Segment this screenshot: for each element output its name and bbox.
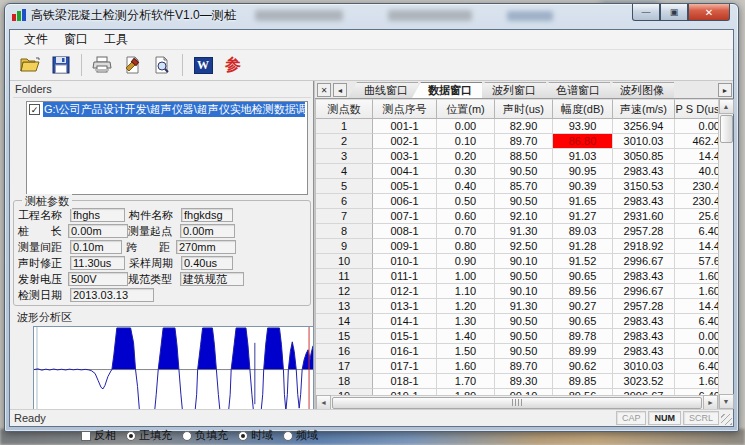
grid-column-header[interactable]: 声速(m/s) (613, 99, 675, 119)
table-cell: 2983.43 (613, 164, 675, 179)
scroll-up-icon[interactable]: ▲ (719, 99, 734, 114)
word-export-button[interactable]: W (188, 52, 218, 78)
resize-grip-icon[interactable] (721, 414, 732, 425)
horizontal-scrollbar[interactable]: ◄ ► (316, 395, 718, 409)
table-cell: 1.40 (437, 329, 495, 344)
vscroll-thumb[interactable] (720, 115, 733, 143)
grid-body[interactable]: 1001-10.0082.9093.903256.940.002002-10.1… (316, 119, 718, 395)
radio-1[interactable] (182, 431, 192, 441)
table-row[interactable]: 17017-11.6089.7090.623010.036.40 (316, 359, 718, 374)
invert-checkbox[interactable] (81, 431, 91, 441)
tab-2[interactable]: 波列窗口 (476, 82, 546, 98)
param-label: 发射电压 (18, 272, 68, 287)
tab-0[interactable]: 曲线窗口 (348, 82, 418, 98)
table-row[interactable]: 12012-11.1090.1089.562996.671.60 (316, 284, 718, 299)
menubar: 文件窗口工具 (10, 30, 733, 50)
table-row[interactable]: 6006-10.5090.5091.652983.43230.4 (316, 194, 718, 209)
grid-column-header[interactable]: 测点序号 (373, 99, 437, 119)
param-value[interactable]: 0.40us (181, 256, 233, 270)
save-button[interactable] (46, 52, 76, 78)
table-row[interactable]: 15015-11.4090.5089.782983.430.00 (316, 329, 718, 344)
param-value[interactable]: 500V (68, 272, 128, 286)
table-row[interactable]: 14014-11.3090.5090.652983.436.40 (316, 314, 718, 329)
table-row[interactable]: 13013-11.2091.3090.272957.2814.4 (316, 299, 718, 314)
param-value[interactable]: fhghs (70, 208, 125, 222)
grid-column-header[interactable]: 幅度(dB) (553, 99, 613, 119)
table-row[interactable]: 5005-10.4085.7090.393150.53230.4 (316, 179, 718, 194)
table-cell: 009-1 (373, 239, 437, 254)
param-value[interactable]: 0.00m (68, 224, 128, 238)
table-cell: 90.50 (495, 314, 553, 329)
tab-scroll-right-icon[interactable]: ► (718, 83, 732, 97)
table-cell: 2983.43 (613, 344, 675, 359)
minimize-button[interactable]: — (632, 4, 660, 21)
table-row[interactable]: 11011-11.0090.5090.652983.431.60 (316, 269, 718, 284)
maximize-button[interactable]: ▣ (660, 4, 688, 21)
titlebar[interactable]: 高铁梁混凝土检测分析软件V1.0—测桩 — ▣ ✕ (5, 4, 738, 26)
table-row[interactable]: 16016-11.5090.5089.992983.430.00 (316, 344, 718, 359)
window-title: 高铁梁混凝土检测分析软件V1.0—测桩 (31, 7, 236, 24)
table-cell: 90.27 (553, 299, 613, 314)
print-button[interactable] (87, 52, 117, 78)
table-cell: 85.70 (495, 179, 553, 194)
open-folder-icon (20, 56, 42, 74)
table-row[interactable]: 7007-10.6092.1091.272931.6025.6 (316, 209, 718, 224)
tab-4[interactable]: 波列图像 (604, 82, 674, 98)
radio-0[interactable] (126, 431, 136, 441)
tab-3[interactable]: 色谱窗口 (540, 82, 610, 98)
param-label: 工程名称 (18, 208, 70, 223)
tab-scroll-left-icon[interactable]: ◄ (333, 83, 347, 97)
param-value[interactable]: 11.30us (70, 256, 125, 270)
table-cell: 6.40 (675, 359, 718, 374)
table-row[interactable]: 10010-10.9090.1091.522996.6757.6 (316, 254, 718, 269)
folder-list-item[interactable]: ✓G:\公司产品设计开发\超声仪器\超声仪实地检测数据调试qd\qd03\qd0… (27, 102, 307, 117)
table-row[interactable]: 8008-10.7091.3089.032957.286.40 (316, 224, 718, 239)
param-value[interactable]: 0.10m (70, 240, 122, 254)
table-cell: 6 (316, 194, 373, 209)
table-cell: 0.00 (675, 329, 718, 344)
grid-column-header[interactable]: 测点数 (316, 99, 373, 119)
vertical-scrollbar[interactable]: ▲ ▼ (718, 99, 733, 409)
table-row[interactable]: 2002-10.1089.7086.803010.03462.4 (316, 134, 718, 149)
scroll-down-icon[interactable]: ▼ (719, 394, 734, 409)
param-value[interactable]: fhgkdsg (181, 208, 233, 222)
table-cell: 008-1 (373, 224, 437, 239)
scroll-right-icon[interactable]: ► (703, 395, 718, 409)
table-cell: 6.40 (675, 314, 718, 329)
param-value[interactable]: 2013.03.13 (70, 288, 154, 302)
param-field: 跨 距270mm (126, 239, 236, 255)
grid-column-header[interactable]: 声时(us) (495, 99, 553, 119)
wave-controls: 反相正填充负填充时域频域 (81, 427, 311, 444)
parameters-button[interactable]: 参 (218, 52, 248, 78)
tab-1[interactable]: 数据窗口 (412, 82, 482, 98)
table-row[interactable]: 1001-10.0082.9093.903256.940.00 (316, 119, 718, 134)
scroll-left-icon[interactable]: ◄ (316, 395, 331, 409)
table-row[interactable]: 4004-10.3090.5090.952983.4340.0 (316, 164, 718, 179)
param-value[interactable]: 0.00m (180, 224, 235, 238)
folders-list[interactable]: ✓G:\公司产品设计开发\超声仪器\超声仪实地检测数据调试qd\qd03\qd0… (26, 101, 308, 195)
radio-2[interactable] (238, 431, 248, 441)
grid-column-header[interactable]: P S D(us (675, 99, 718, 119)
table-cell: 91.30 (495, 224, 553, 239)
menu-item-2[interactable]: 工具 (96, 29, 136, 50)
process-button[interactable] (117, 52, 147, 78)
folder-checkbox[interactable]: ✓ (29, 104, 40, 115)
hscroll-thumb[interactable] (332, 397, 702, 409)
open-button[interactable] (16, 52, 46, 78)
table-cell: 90.39 (553, 179, 613, 194)
radio-3[interactable] (283, 431, 293, 441)
menu-item-1[interactable]: 窗口 (56, 29, 96, 50)
table-row[interactable]: 9009-10.8092.5091.282918.9214.4 (316, 239, 718, 254)
param-value[interactable]: 建筑规范 (180, 272, 244, 286)
grid-column-header[interactable]: 位置(m) (437, 99, 495, 119)
close-pane-icon[interactable]: ✕ (317, 83, 331, 97)
param-value[interactable]: 270mm (176, 240, 236, 254)
table-cell: 015-1 (373, 329, 437, 344)
table-row[interactable]: 3003-10.2088.5091.033050.8514.4 (316, 149, 718, 164)
table-row[interactable]: 18018-11.7089.3089.853023.521.60 (316, 374, 718, 389)
radio-label-0: 正填充 (139, 428, 172, 443)
close-button[interactable]: ✕ (688, 4, 730, 21)
table-cell: 89.30 (495, 374, 553, 389)
menu-item-0[interactable]: 文件 (16, 29, 56, 50)
preview-button[interactable] (147, 52, 177, 78)
